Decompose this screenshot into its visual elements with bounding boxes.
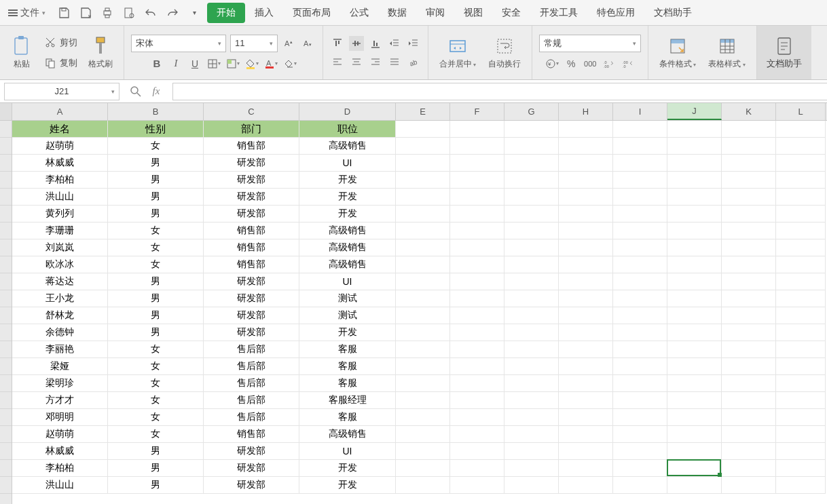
row-header[interactable] xyxy=(0,426,12,443)
cell[interactable]: 客服 xyxy=(299,341,396,358)
formula-input[interactable] xyxy=(172,83,827,100)
align-right-icon[interactable] xyxy=(368,55,383,70)
cell[interactable] xyxy=(559,189,613,206)
cell[interactable] xyxy=(613,206,667,222)
cell[interactable] xyxy=(559,206,613,222)
cell[interactable] xyxy=(776,443,826,460)
cell[interactable] xyxy=(396,443,450,460)
tab-开始[interactable]: 开始 xyxy=(207,3,245,23)
column-header-B[interactable]: B xyxy=(108,103,204,120)
select-all-corner[interactable] xyxy=(0,103,12,121)
cell[interactable] xyxy=(722,426,776,443)
cell[interactable]: 销售部 xyxy=(204,239,299,256)
cell[interactable]: 黄列列 xyxy=(12,206,108,222)
cell[interactable] xyxy=(396,341,450,358)
cell[interactable] xyxy=(450,256,504,273)
row-header[interactable] xyxy=(0,239,12,256)
orientation-icon[interactable]: ab xyxy=(406,55,421,70)
tab-页面布局[interactable]: 页面布局 xyxy=(283,3,340,23)
cell[interactable] xyxy=(396,256,450,273)
cell[interactable] xyxy=(504,358,559,375)
cell[interactable]: 开发 xyxy=(299,189,396,206)
cell[interactable] xyxy=(667,273,722,290)
cell[interactable] xyxy=(667,443,722,460)
cell[interactable] xyxy=(559,155,613,172)
cell[interactable] xyxy=(667,324,722,341)
cell[interactable] xyxy=(613,256,667,273)
cell[interactable] xyxy=(396,392,450,409)
zoom-icon[interactable] xyxy=(129,85,143,98)
cell[interactable] xyxy=(450,138,504,155)
cell[interactable]: 研发部 xyxy=(204,443,299,460)
save-icon[interactable] xyxy=(58,7,70,19)
cell[interactable] xyxy=(450,172,504,189)
column-header-J[interactable]: J xyxy=(667,103,722,120)
cell[interactable] xyxy=(450,206,504,222)
cell[interactable]: 研发部 xyxy=(204,206,299,222)
cell[interactable] xyxy=(559,409,613,426)
row-header[interactable] xyxy=(0,307,12,324)
cell[interactable]: 职位 xyxy=(299,121,396,138)
cell[interactable]: 售后部 xyxy=(204,358,299,375)
cell[interactable] xyxy=(450,273,504,290)
cell[interactable]: 王小龙 xyxy=(12,290,108,307)
cell[interactable]: 售后部 xyxy=(204,409,299,426)
row-header[interactable] xyxy=(0,121,12,138)
cell[interactable] xyxy=(722,273,776,290)
cell[interactable] xyxy=(613,392,667,409)
cell[interactable] xyxy=(504,477,559,494)
comma-button[interactable]: 000 xyxy=(583,56,598,71)
cell[interactable]: 林威威 xyxy=(12,443,108,460)
fx-icon[interactable]: fx xyxy=(149,85,163,98)
cell[interactable]: 研发部 xyxy=(204,307,299,324)
cell[interactable] xyxy=(450,460,504,477)
cell[interactable] xyxy=(722,189,776,206)
cell[interactable] xyxy=(559,138,613,155)
cell[interactable]: 售后部 xyxy=(204,392,299,409)
cell[interactable] xyxy=(776,138,826,155)
cell[interactable] xyxy=(776,324,826,341)
row-header[interactable] xyxy=(0,155,12,172)
row-header[interactable] xyxy=(0,460,12,477)
tab-文档助手[interactable]: 文档助手 xyxy=(644,3,701,23)
cell[interactable] xyxy=(396,426,450,443)
column-header-I[interactable]: I xyxy=(613,103,667,120)
cell[interactable]: 女 xyxy=(108,426,204,443)
cell[interactable] xyxy=(450,409,504,426)
row-header[interactable] xyxy=(0,375,12,392)
cell[interactable] xyxy=(667,239,722,256)
cell[interactable] xyxy=(504,307,559,324)
cell[interactable]: 高级销售 xyxy=(299,426,396,443)
cell[interactable]: 客服 xyxy=(299,409,396,426)
cell[interactable]: 女 xyxy=(108,222,204,239)
cell[interactable] xyxy=(722,443,776,460)
cell[interactable]: 女 xyxy=(108,358,204,375)
cell[interactable] xyxy=(396,155,450,172)
cell[interactable]: 男 xyxy=(108,155,204,172)
cell[interactable] xyxy=(613,460,667,477)
cell[interactable] xyxy=(667,256,722,273)
cell[interactable] xyxy=(776,477,826,494)
cell[interactable] xyxy=(722,138,776,155)
cell[interactable] xyxy=(450,341,504,358)
cell[interactable] xyxy=(613,443,667,460)
cell[interactable] xyxy=(396,290,450,307)
cell-style-button[interactable]: ▾ xyxy=(225,56,240,71)
cell[interactable] xyxy=(667,426,722,443)
cell[interactable] xyxy=(613,239,667,256)
cell[interactable]: 赵萌萌 xyxy=(12,426,108,443)
cell[interactable] xyxy=(667,358,722,375)
cell[interactable] xyxy=(613,222,667,239)
cell[interactable]: 李柏柏 xyxy=(12,172,108,189)
cell[interactable]: 测试 xyxy=(299,307,396,324)
cell[interactable] xyxy=(450,222,504,239)
cell[interactable] xyxy=(396,273,450,290)
row-header[interactable] xyxy=(0,256,12,273)
cell[interactable] xyxy=(613,426,667,443)
row-header[interactable] xyxy=(0,477,12,494)
cell[interactable] xyxy=(776,239,826,256)
currency-button[interactable]: ¥▾ xyxy=(545,56,559,71)
cell[interactable]: 林威威 xyxy=(12,155,108,172)
cell[interactable]: 李珊珊 xyxy=(12,222,108,239)
cell[interactable] xyxy=(559,239,613,256)
